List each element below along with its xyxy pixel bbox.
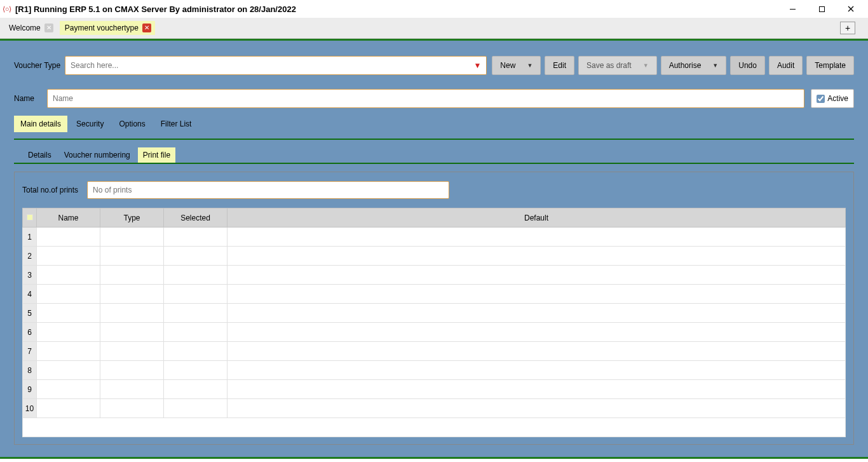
header-name[interactable]: Name xyxy=(37,208,100,228)
divider xyxy=(14,139,854,140)
table-row[interactable]: 1 xyxy=(23,228,846,247)
document-tabstrip: Welcome ✕ Payment vouchertype ✕ + xyxy=(0,18,868,39)
table-cell[interactable] xyxy=(227,323,846,342)
table-cell[interactable] xyxy=(100,361,164,380)
table-cell[interactable] xyxy=(164,304,227,323)
table-row[interactable]: 5 xyxy=(23,304,846,323)
tab-main-details[interactable]: Main details xyxy=(14,116,67,132)
table-row[interactable]: 8 xyxy=(23,361,846,380)
table-cell[interactable] xyxy=(37,247,100,266)
name-input[interactable] xyxy=(53,94,799,103)
edit-button[interactable]: Edit xyxy=(545,56,574,75)
table-cell[interactable] xyxy=(227,247,846,266)
table-cell[interactable] xyxy=(227,228,846,247)
total-prints-label: Total no.of prints xyxy=(22,186,78,194)
svg-rect-1 xyxy=(819,6,824,11)
tab-security[interactable]: Security xyxy=(70,116,110,132)
table-cell[interactable] xyxy=(37,285,100,304)
authorise-button[interactable]: Authorise ▼ xyxy=(661,56,727,75)
close-icon[interactable]: ✕ xyxy=(44,24,53,32)
table-cell[interactable] xyxy=(100,304,164,323)
voucher-type-search[interactable]: ▼ xyxy=(65,56,487,75)
table-cell[interactable] xyxy=(164,380,227,399)
table-cell[interactable] xyxy=(227,342,846,361)
header-default[interactable]: Default xyxy=(227,208,846,228)
maximize-button[interactable] xyxy=(807,0,836,18)
table-cell[interactable] xyxy=(164,399,227,418)
table-footer-row xyxy=(23,418,846,437)
active-checkbox-wrapper[interactable]: Active xyxy=(811,89,854,108)
table-cell[interactable] xyxy=(100,285,164,304)
table-row[interactable]: 2 xyxy=(23,247,846,266)
table-cell[interactable] xyxy=(227,285,846,304)
table-cell[interactable] xyxy=(37,342,100,361)
table-cell[interactable] xyxy=(100,399,164,418)
table-cell[interactable] xyxy=(227,361,846,380)
table-row[interactable]: 3 xyxy=(23,266,846,285)
active-checkbox[interactable] xyxy=(817,95,825,103)
authorise-label: Authorise xyxy=(669,61,702,70)
row-number: 8 xyxy=(23,361,37,380)
chevron-down-icon[interactable]: ▼ xyxy=(473,61,481,70)
save-as-draft-button[interactable]: Save as draft ▼ xyxy=(578,56,657,75)
table-cell[interactable] xyxy=(100,323,164,342)
table-cell[interactable] xyxy=(164,342,227,361)
table-cell[interactable] xyxy=(37,266,100,285)
table-cell[interactable] xyxy=(100,266,164,285)
audit-button[interactable]: Audit xyxy=(769,56,803,75)
tab-filter-list[interactable]: Filter List xyxy=(154,116,198,132)
table-cell[interactable] xyxy=(227,380,846,399)
table-cell[interactable] xyxy=(164,323,227,342)
table-cell[interactable] xyxy=(227,266,846,285)
minimize-button[interactable] xyxy=(778,0,807,18)
name-label: Name xyxy=(14,94,47,103)
total-prints-input[interactable] xyxy=(87,181,449,199)
table-cell[interactable] xyxy=(164,266,227,285)
table-cell[interactable] xyxy=(100,228,164,247)
subtab-voucher-numbering[interactable]: Voucher numbering xyxy=(59,147,135,163)
action-buttons: New ▼ Edit Save as draft ▼ Authorise ▼ U… xyxy=(492,56,854,75)
header-type[interactable]: Type xyxy=(100,208,164,228)
tab-payment-vouchertype[interactable]: Payment vouchertype ✕ xyxy=(60,21,155,35)
sub-tabs: Details Voucher numbering Print file xyxy=(23,147,868,163)
new-button[interactable]: New ▼ xyxy=(492,56,541,75)
table-cell[interactable] xyxy=(164,285,227,304)
table-cell[interactable] xyxy=(164,247,227,266)
tab-welcome[interactable]: Welcome ✕ xyxy=(4,21,57,35)
table-cell[interactable] xyxy=(164,228,227,247)
table-cell[interactable] xyxy=(100,342,164,361)
table-cell[interactable] xyxy=(227,304,846,323)
table-cell[interactable] xyxy=(227,399,846,418)
header-selected[interactable]: Selected xyxy=(164,208,227,228)
header-checkbox[interactable] xyxy=(23,208,37,228)
undo-button[interactable]: Undo xyxy=(730,56,765,75)
table-cell[interactable] xyxy=(37,380,100,399)
subtab-print-file[interactable]: Print file xyxy=(138,147,175,163)
table-cell[interactable] xyxy=(37,399,100,418)
row-number: 4 xyxy=(23,285,37,304)
table-cell[interactable] xyxy=(37,323,100,342)
table-cell[interactable] xyxy=(100,380,164,399)
divider xyxy=(14,163,854,164)
row-number: 3 xyxy=(23,266,37,285)
table-cell[interactable] xyxy=(37,361,100,380)
table-cell[interactable] xyxy=(37,304,100,323)
template-button[interactable]: Template xyxy=(806,56,854,75)
table-cell[interactable] xyxy=(37,228,100,247)
tab-options[interactable]: Options xyxy=(112,116,151,132)
table-row[interactable]: 6 xyxy=(23,323,846,342)
save-as-draft-label: Save as draft xyxy=(587,61,632,70)
table-cell[interactable] xyxy=(100,247,164,266)
table-cell[interactable] xyxy=(164,361,227,380)
close-window-button[interactable] xyxy=(836,0,865,18)
voucher-type-search-input[interactable] xyxy=(71,61,473,70)
table-row[interactable]: 7 xyxy=(23,342,846,361)
subtab-details[interactable]: Details xyxy=(23,147,57,163)
chevron-down-icon: ▼ xyxy=(527,62,532,69)
close-icon[interactable]: ✕ xyxy=(142,24,151,32)
table-row[interactable]: 4 xyxy=(23,285,846,304)
table-row[interactable]: 10 xyxy=(23,399,846,418)
add-tab-button[interactable]: + xyxy=(840,22,855,34)
row-number: 5 xyxy=(23,304,37,323)
table-row[interactable]: 9 xyxy=(23,380,846,399)
